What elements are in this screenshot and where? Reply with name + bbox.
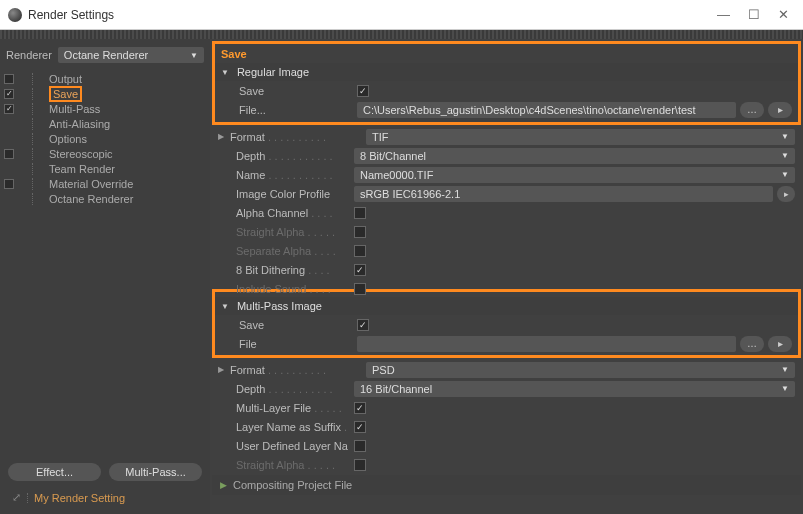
chevron-right-icon: ▶ bbox=[220, 480, 227, 490]
checkbox[interactable] bbox=[4, 89, 14, 99]
mp-format-dropdown[interactable]: PSD▼ bbox=[366, 362, 795, 378]
color-profile-arrow[interactable]: ▸ bbox=[777, 186, 795, 202]
checkbox[interactable] bbox=[4, 104, 14, 114]
section-regular-image[interactable]: ▼ Regular Image bbox=[215, 63, 798, 81]
name-dropdown[interactable]: Name0000.TIF▼ bbox=[354, 167, 795, 183]
window-title: Render Settings bbox=[28, 8, 717, 22]
titlebar: Render Settings — ☐ ✕ bbox=[0, 0, 803, 30]
multilayer-checkbox[interactable] bbox=[354, 402, 366, 414]
tree-item-material-override[interactable]: Material Override bbox=[0, 176, 210, 191]
renderer-value: Octane Renderer bbox=[64, 49, 148, 61]
multipass-button[interactable]: Multi-Pass... bbox=[109, 463, 202, 481]
path-arrow-button[interactable]: ▸ bbox=[768, 102, 792, 118]
layername-checkbox[interactable] bbox=[354, 421, 366, 433]
dithering-checkbox[interactable] bbox=[354, 264, 366, 276]
straight-alpha-checkbox bbox=[354, 226, 366, 238]
chevron-down-icon: ▼ bbox=[221, 302, 229, 311]
section-compositing[interactable]: ▶ Compositing Project File bbox=[212, 475, 801, 495]
depth-dropdown[interactable]: 8 Bit/Channel▼ bbox=[354, 148, 795, 164]
mp-path-arrow-button[interactable]: ▸ bbox=[768, 336, 792, 352]
renderer-label: Renderer bbox=[6, 49, 52, 61]
userdef-checkbox[interactable] bbox=[354, 440, 366, 452]
browse-button[interactable]: … bbox=[740, 102, 764, 118]
chevron-right-icon[interactable]: ▶ bbox=[218, 132, 224, 141]
chevron-down-icon: ▼ bbox=[221, 68, 229, 77]
settings-tree: Output Save Multi-Pass Anti-Aliasing Opt… bbox=[0, 67, 210, 210]
effect-button[interactable]: Effect... bbox=[8, 463, 101, 481]
sidebar: Renderer Octane Renderer ▼ Output Save M… bbox=[0, 39, 210, 514]
alpha-checkbox[interactable] bbox=[354, 207, 366, 219]
separate-alpha-checkbox bbox=[354, 245, 366, 257]
mp-browse-button[interactable]: … bbox=[740, 336, 764, 352]
mp-depth-dropdown[interactable]: 16 Bit/Channel▼ bbox=[354, 381, 795, 397]
maximize-button[interactable]: ☐ bbox=[748, 7, 760, 22]
mp-straight-checkbox bbox=[354, 459, 366, 471]
mp-save-checkbox[interactable] bbox=[357, 319, 369, 331]
checkbox[interactable] bbox=[4, 179, 14, 189]
sound-checkbox bbox=[354, 283, 366, 295]
chevron-right-icon[interactable]: ▶ bbox=[218, 365, 224, 374]
tree-item-save[interactable]: Save bbox=[0, 86, 210, 101]
tree-item-anti-aliasing[interactable]: Anti-Aliasing bbox=[0, 116, 210, 131]
chevron-down-icon: ▼ bbox=[190, 51, 198, 60]
section-multipass-image[interactable]: ▼ Multi-Pass Image bbox=[215, 297, 798, 315]
close-button[interactable]: ✕ bbox=[778, 7, 789, 22]
checkbox bbox=[4, 74, 14, 84]
render-setting-item[interactable]: ⤢ My Render Setting bbox=[4, 485, 206, 510]
grip-bar bbox=[0, 30, 803, 39]
tree-item-octane-renderer[interactable]: Octane Renderer bbox=[0, 191, 210, 206]
expand-icon: ⤢ bbox=[12, 491, 21, 504]
save-checkbox[interactable] bbox=[357, 85, 369, 97]
minimize-button[interactable]: — bbox=[717, 7, 730, 22]
tree-item-stereoscopic[interactable]: Stereoscopic bbox=[0, 146, 210, 161]
app-icon bbox=[8, 8, 22, 22]
tree-item-output[interactable]: Output bbox=[0, 71, 210, 86]
format-dropdown[interactable]: TIF▼ bbox=[366, 129, 795, 145]
settings-panel: Save ▼ Regular Image Save File... C:\Use… bbox=[210, 39, 803, 514]
renderer-dropdown[interactable]: Octane Renderer ▼ bbox=[58, 47, 204, 63]
tree-item-options[interactable]: Options bbox=[0, 131, 210, 146]
mp-file-input[interactable] bbox=[357, 336, 736, 352]
file-path-input[interactable]: C:\Users\Rebus_agustin\Desktop\c4dScenes… bbox=[357, 102, 736, 118]
checkbox[interactable] bbox=[4, 149, 14, 159]
tree-item-team-render[interactable]: Team Render bbox=[0, 161, 210, 176]
panel-header: Save bbox=[212, 41, 801, 63]
color-profile-field[interactable]: sRGB IEC61966-2.1 bbox=[354, 186, 773, 202]
tree-item-multipass[interactable]: Multi-Pass bbox=[0, 101, 210, 116]
